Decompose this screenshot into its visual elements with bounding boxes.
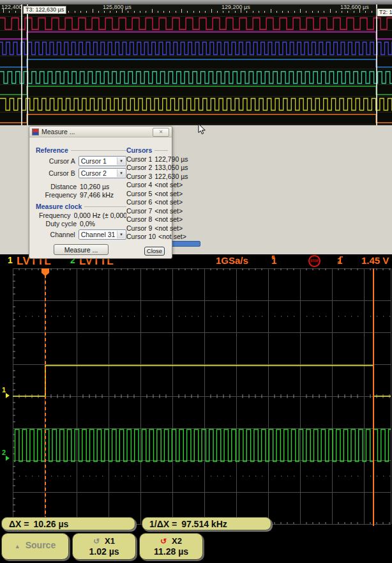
frequency-value: 97,466 kHz	[80, 191, 114, 199]
close-icon[interactable]: ✕	[153, 128, 169, 137]
waveform-traces	[0, 13, 392, 125]
window-top-edge	[0, 0, 392, 4]
channel-lightblue	[0, 59, 392, 67]
dialog-title: Measure ...	[41, 128, 75, 135]
cursor-item-label: Cursor 7	[126, 207, 152, 215]
ruler-tick	[271, 9, 271, 13]
ruler-tick	[158, 11, 158, 13]
ruler-tick	[15, 11, 16, 13]
ruler-tick	[347, 11, 348, 13]
ruler-tick	[181, 9, 182, 13]
cursor-list-item: Cursor 3122,630 µs	[126, 172, 168, 181]
cursor-item-label: Cursor 3	[126, 173, 152, 180]
cursor-item-value: <not set>	[155, 190, 183, 197]
x1-softkey[interactable]: ↺X1 1.02 µs	[72, 533, 136, 560]
cursor-item-label: Cursor 8	[126, 215, 152, 223]
cursor-list-item: Cursor 4<not set>	[126, 181, 168, 190]
cursor-a-select[interactable]: Cursor 1 ▼	[79, 156, 126, 166]
ruler-tick	[246, 11, 247, 13]
section-cursors-label: Cursors	[126, 146, 152, 154]
section-measure-clock: Measure clock	[36, 202, 126, 211]
cursor-list-item: Cursor 6<not set>	[126, 198, 168, 207]
cursor-item-label: Cursor 10	[126, 233, 156, 240]
ruler-tick	[223, 11, 223, 13]
section-reference-label: Reference	[36, 146, 68, 154]
cursor-b-value: Cursor 2	[81, 169, 107, 177]
ruler-tick	[336, 11, 336, 13]
cursor-item-label: Cursor 5	[126, 190, 152, 197]
analyzer-cursor-line[interactable]	[21, 4, 22, 125]
x2-softkey[interactable]: ↺X2 11.28 µs	[139, 533, 203, 560]
ch1-ground-marker: 1	[2, 387, 10, 398]
ruler-tick	[86, 11, 87, 13]
close-button[interactable]: Close	[144, 247, 165, 256]
sample-rate: 1GSa/s	[216, 255, 248, 266]
analyzer-cursor-line[interactable]	[27, 4, 28, 125]
inverse-delta-x-value: 97.514 kHz	[181, 519, 227, 529]
cursor-list: Cursor 1122,790 µsCursor 2133,050 µsCurs…	[126, 155, 168, 241]
distance-label: Distance	[36, 183, 77, 190]
ruler-tick	[163, 11, 164, 13]
cursor-item-value: <not set>	[158, 233, 186, 240]
frequency-label: Frequency	[36, 191, 77, 199]
ruler-tick	[264, 11, 265, 13]
delta-x-readout: ΔX = 10.26 µs	[1, 517, 135, 530]
app-icon	[32, 128, 39, 135]
chevron-down-icon[interactable]: ▼	[117, 231, 125, 238]
ruler-tick	[229, 11, 229, 13]
chevron-down-icon[interactable]: ▼	[117, 157, 125, 165]
knob-icon: ↺	[160, 537, 167, 546]
ruler-label: 125,800 µs	[103, 4, 132, 10]
cursor-item-label: Cursor 1	[126, 155, 152, 163]
ruler-tick	[300, 9, 301, 13]
measure-button[interactable]: Measure ...	[54, 244, 109, 255]
trigger-position-marker	[41, 268, 49, 276]
screen: 122,400 µs125,800 µs129,200 µs132,600 µs…	[0, 0, 392, 563]
ruler-tick	[128, 11, 128, 13]
dialog-titlebar[interactable]: Measure ... ✕	[29, 127, 172, 137]
cursor-b-select[interactable]: Cursor 2 ▼	[79, 168, 126, 178]
cursor-item-value: <not set>	[155, 224, 183, 232]
ruler-tick	[75, 11, 75, 13]
cursor-list-item: Cursor 1122,790 µs	[126, 155, 168, 164]
channel-select[interactable]: Channel 31 ▼	[79, 229, 126, 240]
cursor-list-item: Cursor 8<not set>	[126, 215, 168, 224]
distance-value: 10,260 µs	[80, 183, 109, 190]
ruler-tick	[169, 11, 170, 13]
cursor-item-label: Cursor 9	[126, 224, 152, 232]
stop-icon: STOP	[308, 255, 320, 267]
cursor-tooltip-t3: T3: 122,630 µs	[23, 6, 66, 14]
cursor-item-value: 133,050 µs	[155, 164, 188, 171]
scope-ch1-number: 1	[8, 255, 13, 265]
ruler-tick	[68, 11, 69, 13]
channel-red	[0, 18, 392, 29]
channel-magenta	[0, 32, 392, 39]
clock-frequency-label: Frequency	[36, 212, 71, 219]
ruler-tick	[187, 11, 188, 13]
cursor-tooltip-t2: T2: 133,0	[377, 8, 392, 17]
cursor-item-value: <not set>	[155, 198, 183, 206]
ruler-tick	[104, 11, 105, 13]
mouse-pointer-icon	[198, 123, 206, 138]
cursor-b-label: Cursor B	[36, 169, 75, 177]
horizontal-scrollbar-thumb[interactable]	[171, 241, 200, 247]
ruler-tick	[312, 11, 313, 13]
cursor-item-value: <not set>	[155, 215, 183, 223]
ruler-tick	[288, 11, 289, 13]
cursor-item-label: Cursor 2	[126, 164, 152, 171]
ruler-tick	[205, 11, 206, 13]
analyzer-cursor-line[interactable]	[376, 4, 377, 125]
source-softkey[interactable]: ▲Source	[1, 533, 69, 560]
ruler-tick	[93, 9, 93, 13]
ruler-tick	[146, 11, 146, 13]
ruler-tick	[330, 9, 331, 13]
x2-value: 11.28 µs	[140, 546, 202, 557]
ruler-tick	[306, 11, 306, 13]
cursor-list-item: Cursor 9<not set>	[126, 224, 168, 233]
duty-cycle-value: 0,0%	[80, 220, 95, 228]
ruler-tick	[193, 11, 194, 13]
delta-x-value: 10.26 µs	[33, 519, 68, 529]
cursor-item-value: 122,630 µs	[155, 173, 188, 180]
cursor-a-value: Cursor 1	[81, 157, 107, 165]
chevron-down-icon[interactable]: ▼	[117, 169, 125, 177]
